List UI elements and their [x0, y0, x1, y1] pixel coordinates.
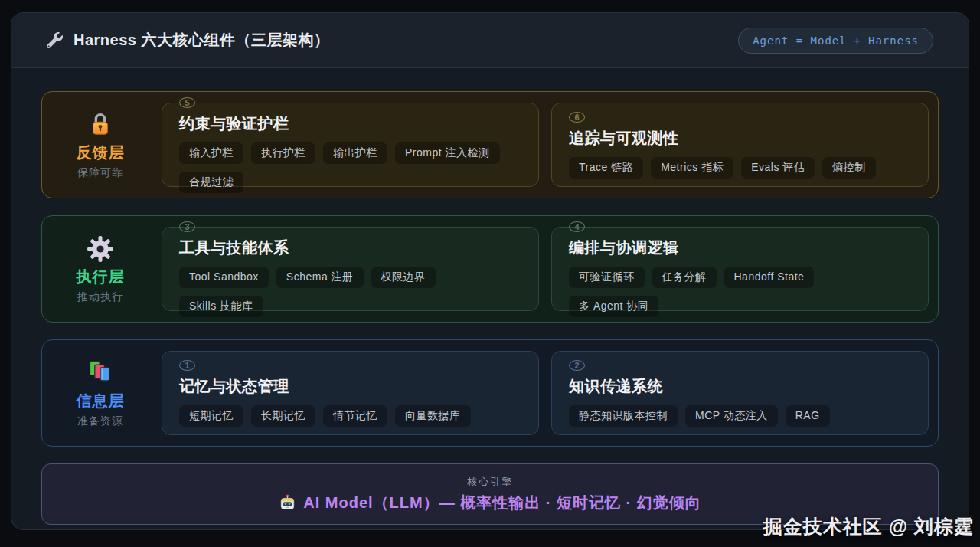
card-number: 2 [569, 360, 585, 371]
card-title: 工具与技能体系 [179, 237, 521, 258]
header: Harness 六大核心组件（三层架构） Agent = Model + Har… [11, 13, 969, 68]
tag: 静态知识版本控制 [569, 405, 678, 427]
tag: Tool Sandbox [179, 267, 269, 288]
tag-list: 短期记忆 长期记忆 情节记忆 向量数据库 [179, 405, 521, 427]
card-tools-skills: 3 工具与技能体系 Tool Sandbox Schema 注册 权限边界 Sk… [162, 227, 539, 311]
tag: 执行护栏 [251, 142, 315, 164]
tag: 输入护栏 [179, 142, 243, 164]
layer-information-label: 信息层 准备资源 [51, 351, 149, 435]
layer-feedback: 反馈层 保障可靠 5 约束与验证护栏 输入护栏 执行护栏 输出护栏 Prompt… [41, 91, 939, 198]
card-orchestration: 4 编排与协调逻辑 可验证循环 任务分解 Handoff State 多 Age… [551, 227, 929, 311]
layer-name: 反馈层 [77, 142, 125, 163]
tag-list: 可验证循环 任务分解 Handoff State 多 Agent 协同 [569, 267, 911, 317]
card-title: 知识传递系统 [569, 376, 911, 397]
tag-list: 输入护栏 执行护栏 输出护栏 Prompt 注入检测 合规过滤 [179, 142, 521, 193]
tag: Schema 注册 [276, 267, 364, 288]
layer-subtitle: 准备资源 [77, 414, 123, 428]
layer-name: 执行层 [77, 267, 125, 287]
tag: 情节记忆 [323, 405, 387, 427]
tag: MCP 动态注入 [685, 405, 778, 427]
page-title: Harness 六大核心组件（三层架构） [74, 30, 330, 51]
card-observability: 6 追踪与可观测性 Trace 链路 Metrics 指标 Evals 评估 熵… [551, 103, 929, 187]
tag: 输出护栏 [323, 142, 387, 164]
layer-subtitle: 推动执行 [77, 290, 123, 304]
wrench-icon [47, 32, 63, 48]
engine-label: 核心引擎 [467, 475, 513, 489]
card-number: 6 [569, 112, 585, 123]
tag: Trace 链路 [569, 157, 643, 179]
tag: Handoff State [724, 267, 815, 288]
tag-list: 静态知识版本控制 MCP 动态注入 RAG [569, 405, 911, 427]
tag: RAG [786, 405, 830, 427]
tag: 短期记忆 [179, 405, 243, 427]
layers-container: 反馈层 保障可靠 5 约束与验证护栏 输入护栏 执行护栏 输出护栏 Prompt… [11, 68, 969, 525]
engine-text-row: AI Model（LLM）— 概率性输出 · 短时记忆 · 幻觉倾向 [279, 493, 701, 513]
lock-icon [87, 110, 113, 139]
main-panel: Harness 六大核心组件（三层架构） Agent = Model + Har… [11, 12, 969, 530]
tag-list: Tool Sandbox Schema 注册 权限边界 Skills 技能库 [179, 267, 521, 317]
tag: 长期记忆 [251, 405, 315, 427]
watermark: 掘金技术社区 @ 刘棕霆 [763, 514, 974, 539]
engine-text: AI Model（LLM）— 概率性输出 · 短时记忆 · 幻觉倾向 [303, 493, 701, 513]
layer-name: 信息层 [77, 391, 125, 411]
layer-execution-label: 执行层 推动执行 [51, 227, 149, 311]
tag: Metrics 指标 [651, 157, 733, 179]
card-number: 1 [179, 360, 195, 371]
layer-subtitle: 保障可靠 [77, 166, 123, 180]
card-memory-state: 1 记忆与状态管理 短期记忆 长期记忆 情节记忆 向量数据库 [162, 351, 539, 435]
card-title: 记忆与状态管理 [179, 376, 521, 397]
gear-icon [87, 234, 114, 264]
card-title: 编排与协调逻辑 [569, 237, 911, 258]
tag: 任务分解 [652, 267, 717, 288]
tag: Skills 技能库 [179, 296, 263, 317]
tag: 合规过滤 [179, 172, 243, 193]
robot-icon [279, 494, 296, 512]
books-icon [87, 359, 114, 388]
tag: 权限边界 [371, 267, 436, 288]
page-title-group: Harness 六大核心组件（三层架构） [47, 30, 330, 51]
tag: 熵控制 [822, 157, 876, 179]
card-title: 约束与验证护栏 [179, 113, 521, 134]
tag: 向量数据库 [395, 405, 471, 427]
card-knowledge-delivery: 2 知识传递系统 静态知识版本控制 MCP 动态注入 RAG [551, 351, 929, 435]
agent-formula-badge: Agent = Model + Harness [738, 28, 933, 54]
layer-information: 信息层 准备资源 1 记忆与状态管理 短期记忆 长期记忆 情节记忆 向量数据库 … [41, 339, 939, 447]
tag: 可验证循环 [569, 267, 645, 288]
card-guardrails: 5 约束与验证护栏 输入护栏 执行护栏 输出护栏 Prompt 注入检测 合规过… [162, 103, 539, 187]
tag: Prompt 注入检测 [395, 142, 500, 164]
layer-feedback-label: 反馈层 保障可靠 [51, 103, 149, 187]
card-number: 3 [179, 221, 195, 232]
card-number: 4 [569, 221, 585, 232]
card-title: 追踪与可观测性 [569, 128, 911, 149]
card-number: 5 [179, 97, 195, 108]
tag-list: Trace 链路 Metrics 指标 Evals 评估 熵控制 [569, 157, 911, 179]
tag: Evals 评估 [741, 157, 815, 179]
tag: 多 Agent 协同 [569, 296, 658, 317]
layer-execution: 执行层 推动执行 3 工具与技能体系 Tool Sandbox Schema 注… [41, 215, 939, 323]
